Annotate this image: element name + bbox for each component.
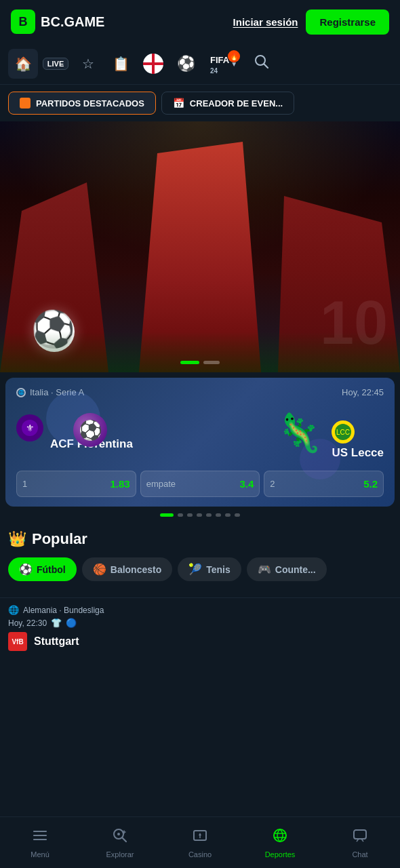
lecce-logo: LCC <box>332 420 355 443</box>
tab-creator-label: CREADOR DE EVEN... <box>190 98 283 108</box>
sport-tab-tennis[interactable]: 🎾 Tenis <box>178 557 241 581</box>
sport-tab-basketball-label: Baloncesto <box>111 564 161 575</box>
sport-tab-counter[interactable]: 🎮 Counte... <box>247 557 327 581</box>
tab-featured[interactable]: PARTIDOS DESTACADOS <box>8 92 156 115</box>
popular-title-text: Popular <box>32 530 87 548</box>
match-list-team-name: Stuttgart <box>34 635 79 648</box>
home-icon: 🏠 <box>15 56 32 72</box>
svg-text:LCC: LCC <box>336 429 350 436</box>
match-teams: ⚜ ACF Fiorentina ⚽ 🦎 LCC US Lecce <box>16 406 384 460</box>
match-list-time-row: Hoy, 22:30 👕 🔵 <box>8 618 392 628</box>
svg-rect-2 <box>143 62 163 65</box>
login-button[interactable]: Iniciar sesión <box>233 16 298 28</box>
sports-icon <box>272 827 288 848</box>
ball-position: ⚽ <box>73 413 107 447</box>
bottom-nav-menu-label: Menú <box>31 850 49 859</box>
logo-text: BC.GAME <box>41 14 104 30</box>
nav-item-home[interactable]: 🏠 <box>8 49 38 79</box>
popular-section: 👑 Popular ⚽ Fútbol 🏀 Baloncesto 🎾 Tenis … <box>0 519 400 589</box>
match-list-time: Hoy, 22:30 <box>8 618 47 628</box>
popular-title: 👑 Popular <box>8 530 392 548</box>
logo[interactable]: B BC.GAME <box>11 9 104 34</box>
nav-item-flag[interactable] <box>138 49 168 79</box>
nav-item-fifa[interactable]: 🔥 FIFA24 ▼ <box>203 49 244 79</box>
team-row: VfB Stuttgart <box>8 632 392 651</box>
svg-point-23 <box>274 829 286 842</box>
search-icon <box>254 54 269 73</box>
bottom-nav-casino-label: Casino <box>188 850 212 859</box>
live-badge: LIVE <box>43 58 68 70</box>
carousel-dots <box>0 507 400 519</box>
nav-item-soccer[interactable]: ⚽ <box>171 49 201 79</box>
bottom-nav-chat[interactable]: Chat <box>320 817 400 868</box>
explore-icon <box>112 827 128 848</box>
bottom-nav: Menú Explorar Casino <box>0 816 400 868</box>
carousel-dot-5[interactable] <box>206 513 212 517</box>
carousel-dot-8[interactable] <box>235 513 240 517</box>
odd-away-button[interactable]: 2 5.2 <box>264 471 384 497</box>
bottom-spacer <box>0 658 400 712</box>
odd-draw-button[interactable]: empate 3.4 <box>140 471 260 497</box>
soccer-icon: ⚽ <box>177 55 195 73</box>
nav-item-favorites[interactable]: ☆ <box>73 49 103 79</box>
nav-item-live[interactable]: LIVE <box>41 49 71 79</box>
sport-tab-counter-label: Counte... <box>275 564 316 575</box>
creator-tab-icon: 📅 <box>173 98 184 108</box>
odd-home-label: 1 <box>22 479 27 489</box>
fiorentina-logo: ⚜ <box>16 414 43 441</box>
carousel-dot-7[interactable] <box>225 513 231 517</box>
svg-rect-26 <box>354 830 366 839</box>
odd-home-button[interactable]: 1 1.83 <box>16 471 136 497</box>
sport-tab-basketball[interactable]: 🏀 Baloncesto <box>82 557 172 581</box>
bottom-nav-casino[interactable]: Casino <box>160 817 240 868</box>
bottom-nav-sports-label: Deportes <box>265 850 296 859</box>
kit-icon-1: 👕 <box>51 618 62 628</box>
sport-tab-tennis-label: Tenis <box>206 564 231 575</box>
carousel-dot-6[interactable] <box>216 513 221 517</box>
league-globe-icon: 🌐 <box>16 388 26 397</box>
nav-bar: 🏠 LIVE ☆ 📋 ⚽ 🔥 FIFA24 ▼ <box>0 43 400 85</box>
tab-creator[interactable]: 📅 CREADOR DE EVEN... <box>161 92 294 115</box>
svg-text:VfB: VfB <box>12 638 23 646</box>
globe-icon: 🌐 <box>8 605 19 615</box>
team-away-area: 🦎 LCC US Lecce <box>272 406 384 460</box>
register-button[interactable]: Registrarse <box>306 9 389 35</box>
bottom-nav-explore[interactable]: Explorar <box>80 817 160 868</box>
hero-dot-2[interactable] <box>203 361 220 364</box>
carousel-dot-4[interactable] <box>197 513 202 517</box>
svg-marker-21 <box>199 833 201 835</box>
tabs-section: PARTIDOS DESTACADOS 📅 CREADOR DE EVEN... <box>0 85 400 121</box>
match-ball: ⚽ <box>73 413 107 447</box>
odds-row: 1 1.83 empate 3.4 2 5.2 <box>16 471 384 497</box>
match-list-item: 🌐 Alemania · Bundesliga Hoy, 22:30 👕 🔵 V… <box>0 597 400 658</box>
mascot-crocodile: 🦎 <box>272 406 326 460</box>
bottom-nav-sports[interactable]: Deportes <box>240 817 320 868</box>
odd-away-value: 5.2 <box>363 478 378 490</box>
header: B BC.GAME Iniciar sesión Registrarse <box>0 0 400 43</box>
list-icon: 📋 <box>113 56 129 72</box>
match-time: Hoy, 22:45 <box>342 387 384 397</box>
logo-icon: B <box>11 9 35 34</box>
chat-icon <box>352 827 368 848</box>
svg-text:⚜: ⚜ <box>26 422 35 433</box>
hero-dot-1[interactable] <box>180 361 199 364</box>
sport-tab-football[interactable]: ⚽ Fútbol <box>8 557 77 581</box>
menu-icon <box>32 827 48 848</box>
match-list-header: 🌐 Alemania · Bundesliga <box>8 605 392 615</box>
svg-line-4 <box>264 64 268 68</box>
bottom-nav-menu[interactable]: Menú <box>0 817 80 868</box>
carousel-dot-2[interactable] <box>178 513 183 517</box>
nav-item-list[interactable]: 📋 <box>106 49 136 79</box>
bottom-nav-explore-label: Explorar <box>106 850 134 859</box>
carousel-dot-3[interactable] <box>187 513 193 517</box>
header-actions: Iniciar sesión Registrarse <box>233 9 389 35</box>
football-icon: ⚽ <box>19 563 33 576</box>
odd-home-value: 1.83 <box>110 478 129 490</box>
hero-banner: 10 <box>0 121 400 372</box>
carousel-dot-1[interactable] <box>160 513 174 517</box>
nav-item-search[interactable] <box>247 49 277 79</box>
bottom-nav-chat-label: Chat <box>352 850 367 859</box>
featured-tab-icon <box>20 98 31 108</box>
tennis-icon: 🎾 <box>188 563 202 576</box>
match-list: 🌐 Alemania · Bundesliga Hoy, 22:30 👕 🔵 V… <box>0 589 400 658</box>
